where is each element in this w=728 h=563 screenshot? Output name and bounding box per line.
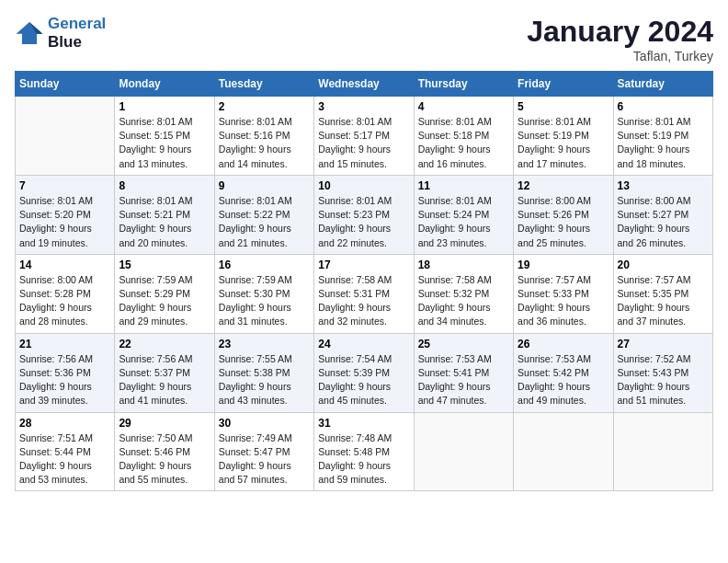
day-number: 27 bbox=[618, 338, 709, 350]
page-header: General Blue January 2024 Taflan, Turkey bbox=[15, 15, 713, 63]
week-row-0: 1Sunrise: 8:01 AMSunset: 5:15 PMDaylight… bbox=[16, 97, 713, 176]
day-info: Sunrise: 7:48 AMSunset: 5:48 PMDaylight:… bbox=[318, 431, 409, 488]
header-wednesday: Wednesday bbox=[314, 72, 414, 97]
day-number: 3 bbox=[318, 100, 409, 113]
day-number: 14 bbox=[19, 259, 110, 271]
day-info: Sunrise: 7:56 AMSunset: 5:36 PMDaylight:… bbox=[19, 352, 110, 408]
calendar-cell: 19Sunrise: 7:57 AMSunset: 5:33 PMDayligh… bbox=[514, 254, 613, 333]
day-number: 16 bbox=[219, 259, 310, 271]
calendar-cell: 26Sunrise: 7:53 AMSunset: 5:42 PMDayligh… bbox=[514, 333, 613, 412]
calendar-cell: 16Sunrise: 7:59 AMSunset: 5:30 PMDayligh… bbox=[214, 254, 313, 333]
day-number: 13 bbox=[618, 179, 709, 192]
calendar-cell bbox=[414, 412, 513, 491]
location: Taflan, Turkey bbox=[527, 49, 713, 63]
day-info: Sunrise: 8:01 AMSunset: 5:17 PMDaylight:… bbox=[318, 115, 409, 171]
day-info: Sunrise: 7:59 AMSunset: 5:29 PMDaylight:… bbox=[119, 273, 210, 329]
day-number: 21 bbox=[19, 338, 110, 350]
day-number: 22 bbox=[119, 338, 210, 350]
calendar-cell: 24Sunrise: 7:54 AMSunset: 5:39 PMDayligh… bbox=[314, 333, 414, 412]
day-info: Sunrise: 7:52 AMSunset: 5:43 PMDaylight:… bbox=[618, 352, 709, 408]
day-number: 5 bbox=[518, 100, 609, 113]
day-info: Sunrise: 8:01 AMSunset: 5:19 PMDaylight:… bbox=[518, 115, 609, 171]
week-row-2: 14Sunrise: 8:00 AMSunset: 5:28 PMDayligh… bbox=[16, 254, 713, 333]
calendar-cell: 8Sunrise: 8:01 AMSunset: 5:21 PMDaylight… bbox=[115, 175, 214, 254]
calendar-cell: 22Sunrise: 7:56 AMSunset: 5:37 PMDayligh… bbox=[115, 333, 214, 412]
day-number: 10 bbox=[318, 179, 409, 192]
header-thursday: Thursday bbox=[414, 72, 513, 97]
day-number: 24 bbox=[318, 338, 409, 350]
header-tuesday: Tuesday bbox=[214, 72, 313, 97]
calendar-cell bbox=[514, 412, 613, 491]
day-info: Sunrise: 7:50 AMSunset: 5:46 PMDaylight:… bbox=[119, 431, 210, 488]
logo-line1: General bbox=[48, 15, 106, 32]
day-info: Sunrise: 8:01 AMSunset: 5:20 PMDaylight:… bbox=[19, 194, 110, 250]
day-info: Sunrise: 7:55 AMSunset: 5:38 PMDaylight:… bbox=[219, 352, 310, 408]
day-info: Sunrise: 8:01 AMSunset: 5:19 PMDaylight:… bbox=[618, 115, 709, 171]
calendar-table: SundayMondayTuesdayWednesdayThursdayFrid… bbox=[15, 71, 713, 491]
week-row-3: 21Sunrise: 7:56 AMSunset: 5:36 PMDayligh… bbox=[16, 333, 713, 412]
calendar-cell: 14Sunrise: 8:00 AMSunset: 5:28 PMDayligh… bbox=[16, 254, 115, 333]
day-info: Sunrise: 8:01 AMSunset: 5:22 PMDaylight:… bbox=[219, 194, 310, 250]
logo-icon bbox=[15, 20, 44, 46]
calendar-body: 1Sunrise: 8:01 AMSunset: 5:15 PMDaylight… bbox=[16, 97, 713, 491]
header-monday: Monday bbox=[115, 72, 214, 97]
calendar-cell: 5Sunrise: 8:01 AMSunset: 5:19 PMDaylight… bbox=[514, 97, 613, 176]
calendar-cell: 9Sunrise: 8:01 AMSunset: 5:22 PMDaylight… bbox=[214, 175, 313, 254]
calendar-cell: 12Sunrise: 8:00 AMSunset: 5:26 PMDayligh… bbox=[514, 175, 613, 254]
title-block: January 2024 Taflan, Turkey bbox=[527, 15, 713, 63]
calendar-cell: 30Sunrise: 7:49 AMSunset: 5:47 PMDayligh… bbox=[214, 412, 313, 491]
week-row-4: 28Sunrise: 7:51 AMSunset: 5:44 PMDayligh… bbox=[16, 412, 713, 491]
day-number: 29 bbox=[119, 417, 210, 430]
calendar-cell: 20Sunrise: 7:57 AMSunset: 5:35 PMDayligh… bbox=[613, 254, 712, 333]
day-info: Sunrise: 8:01 AMSunset: 5:16 PMDaylight:… bbox=[219, 115, 310, 171]
calendar-cell: 17Sunrise: 7:58 AMSunset: 5:31 PMDayligh… bbox=[314, 254, 414, 333]
day-info: Sunrise: 7:57 AMSunset: 5:35 PMDaylight:… bbox=[618, 273, 709, 329]
header-saturday: Saturday bbox=[613, 72, 712, 97]
calendar-cell: 21Sunrise: 7:56 AMSunset: 5:36 PMDayligh… bbox=[16, 333, 115, 412]
month-title: January 2024 bbox=[527, 15, 713, 49]
day-info: Sunrise: 7:58 AMSunset: 5:32 PMDaylight:… bbox=[418, 273, 509, 329]
logo-text: General Blue bbox=[48, 15, 106, 52]
calendar-cell: 28Sunrise: 7:51 AMSunset: 5:44 PMDayligh… bbox=[16, 412, 115, 491]
day-info: Sunrise: 8:00 AMSunset: 5:26 PMDaylight:… bbox=[518, 194, 609, 250]
day-info: Sunrise: 7:49 AMSunset: 5:47 PMDaylight:… bbox=[219, 431, 310, 488]
logo-line2: Blue bbox=[48, 33, 82, 51]
calendar-header-row: SundayMondayTuesdayWednesdayThursdayFrid… bbox=[16, 72, 713, 97]
day-number: 1 bbox=[119, 100, 210, 113]
calendar-cell: 23Sunrise: 7:55 AMSunset: 5:38 PMDayligh… bbox=[214, 333, 313, 412]
day-info: Sunrise: 7:53 AMSunset: 5:41 PMDaylight:… bbox=[418, 352, 509, 408]
calendar-cell: 27Sunrise: 7:52 AMSunset: 5:43 PMDayligh… bbox=[613, 333, 712, 412]
calendar-cell: 4Sunrise: 8:01 AMSunset: 5:18 PMDaylight… bbox=[414, 97, 513, 176]
day-info: Sunrise: 7:57 AMSunset: 5:33 PMDaylight:… bbox=[518, 273, 609, 329]
day-info: Sunrise: 7:56 AMSunset: 5:37 PMDaylight:… bbox=[119, 352, 210, 408]
calendar-cell bbox=[613, 412, 712, 491]
day-number: 19 bbox=[518, 259, 609, 271]
day-number: 18 bbox=[418, 259, 509, 271]
header-friday: Friday bbox=[514, 72, 613, 97]
day-info: Sunrise: 8:01 AMSunset: 5:23 PMDaylight:… bbox=[318, 194, 409, 250]
day-number: 31 bbox=[318, 417, 409, 430]
day-info: Sunrise: 8:01 AMSunset: 5:24 PMDaylight:… bbox=[418, 194, 509, 250]
calendar-cell: 2Sunrise: 8:01 AMSunset: 5:16 PMDaylight… bbox=[214, 97, 313, 176]
header-sunday: Sunday bbox=[16, 72, 115, 97]
calendar-cell: 18Sunrise: 7:58 AMSunset: 5:32 PMDayligh… bbox=[414, 254, 513, 333]
day-number: 15 bbox=[119, 259, 210, 271]
day-number: 6 bbox=[618, 100, 709, 113]
day-info: Sunrise: 8:01 AMSunset: 5:18 PMDaylight:… bbox=[418, 115, 509, 171]
calendar-cell: 3Sunrise: 8:01 AMSunset: 5:17 PMDaylight… bbox=[314, 97, 414, 176]
calendar-cell: 31Sunrise: 7:48 AMSunset: 5:48 PMDayligh… bbox=[314, 412, 414, 491]
day-info: Sunrise: 8:00 AMSunset: 5:27 PMDaylight:… bbox=[618, 194, 709, 250]
day-number: 30 bbox=[219, 417, 310, 430]
day-number: 25 bbox=[418, 338, 509, 350]
calendar-cell: 6Sunrise: 8:01 AMSunset: 5:19 PMDaylight… bbox=[613, 97, 712, 176]
calendar-cell: 25Sunrise: 7:53 AMSunset: 5:41 PMDayligh… bbox=[414, 333, 513, 412]
day-info: Sunrise: 7:53 AMSunset: 5:42 PMDaylight:… bbox=[518, 352, 609, 408]
day-info: Sunrise: 8:00 AMSunset: 5:28 PMDaylight:… bbox=[19, 273, 110, 329]
logo: General Blue bbox=[15, 15, 106, 52]
calendar-cell bbox=[16, 97, 115, 176]
day-number: 2 bbox=[219, 100, 310, 113]
day-number: 23 bbox=[219, 338, 310, 350]
calendar-cell: 1Sunrise: 8:01 AMSunset: 5:15 PMDaylight… bbox=[115, 97, 214, 176]
day-number: 7 bbox=[19, 179, 110, 192]
calendar-cell: 15Sunrise: 7:59 AMSunset: 5:29 PMDayligh… bbox=[115, 254, 214, 333]
